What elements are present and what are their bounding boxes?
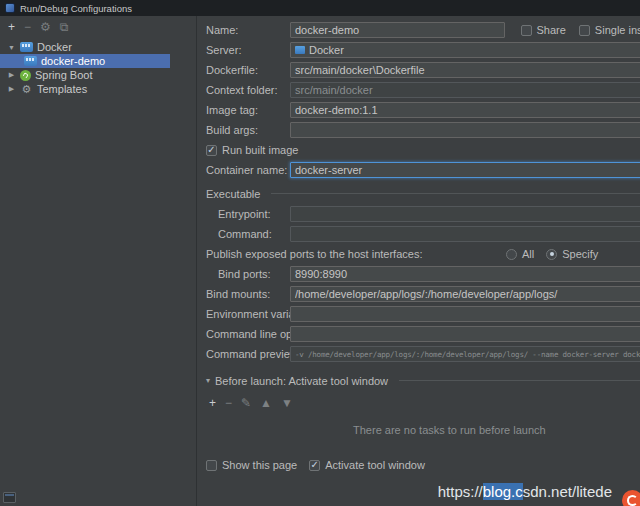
add-task-button[interactable]: +	[209, 397, 216, 409]
entrypoint-label: Entrypoint:	[206, 208, 290, 220]
bind-ports-label: Bind ports:	[206, 268, 290, 280]
tree-expand-icon[interactable]: ▼	[7, 44, 16, 51]
specify-radio[interactable]: Specify	[546, 248, 598, 260]
bind-mounts-input[interactable]	[290, 286, 640, 302]
tree-item-templates[interactable]: ▶ ⚙ Templates	[0, 82, 196, 96]
single-instance-label: Single instance only	[595, 24, 640, 36]
watermark-post: sdn.net/litede	[523, 483, 612, 500]
watermark-pre: https://	[438, 483, 483, 500]
activate-tool-window-checkbox[interactable]: ✓ Activate tool window	[309, 459, 425, 471]
publish-ports-radios: All Specify	[506, 248, 598, 260]
server-value: Docker	[305, 44, 640, 56]
window-icon	[3, 492, 16, 503]
specify-label: Specify	[562, 248, 598, 260]
executable-section-header: Executable	[206, 185, 640, 202]
tree-collapse-icon[interactable]: ▶	[7, 85, 16, 93]
footer-checkboxes: ✓ Show this page ✓ Activate tool window	[206, 459, 640, 471]
server-combobox[interactable]: Docker ▼	[290, 42, 640, 58]
dialog-icon	[5, 3, 15, 13]
move-up-button[interactable]: ▲	[260, 397, 272, 409]
server-row: Server: Docker ▼ …	[206, 42, 640, 58]
wrench-icon: ⚙	[20, 83, 33, 96]
check-icon: ✓	[311, 459, 319, 470]
all-label: All	[522, 248, 534, 260]
sidebar-toolbar: + − ⚙ ⧉	[0, 19, 196, 37]
build-args-input[interactable]	[290, 122, 640, 138]
edit-task-button[interactable]: ✎	[241, 397, 251, 409]
docker-icon	[20, 42, 33, 52]
command-line-options-label: Command line options:	[206, 328, 290, 340]
context-folder-field	[290, 82, 640, 98]
move-down-button[interactable]: ▼	[281, 397, 293, 409]
tree-item-label: Docker	[37, 41, 72, 53]
checkbox-box: ✓	[206, 145, 217, 156]
command-preview-field: -v /home/developer/app/logs/:/home/devel…	[290, 346, 640, 362]
checkbox-box: ✓	[309, 460, 320, 471]
tree-item-docker-demo[interactable]: docker-demo	[0, 54, 170, 68]
remove-configuration-button[interactable]: −	[24, 21, 31, 33]
bind-ports-row: Bind ports:	[206, 266, 640, 282]
server-label: Server:	[206, 44, 290, 56]
command-row: Command:	[206, 226, 640, 242]
image-tag-label: Image tag:	[206, 104, 290, 116]
bind-mounts-row: Bind mounts:	[206, 286, 640, 302]
settings-icon[interactable]: ⚙	[40, 21, 51, 33]
before-launch-header[interactable]: ▾ Before launch: Activate tool window	[206, 372, 640, 389]
tree-collapse-icon[interactable]: ▶	[7, 71, 16, 79]
container-name-row: Container name:	[206, 162, 640, 178]
executable-title: Executable	[206, 188, 260, 200]
bind-mounts-label: Bind mounts:	[206, 288, 290, 300]
check-icon: ✓	[207, 144, 215, 155]
separator-line	[399, 380, 640, 381]
watermark-highlight: blog.c	[483, 483, 523, 500]
docker-icon	[295, 46, 305, 54]
tree-item-docker-group[interactable]: ▼ Docker	[0, 40, 196, 54]
all-radio[interactable]: All	[506, 248, 534, 260]
tree-item-label: Spring Boot	[35, 69, 92, 81]
share-checkbox[interactable]: ✓ Share	[521, 24, 566, 36]
tree-item-label: docker-demo	[41, 55, 105, 67]
image-tag-row: Image tag:	[206, 102, 640, 118]
context-folder-label: Context folder:	[206, 84, 290, 96]
copy-configuration-button[interactable]: ⧉	[60, 21, 69, 33]
publish-ports-label: Publish exposed ports to the host interf…	[206, 248, 506, 260]
configurations-tree: ▼ Docker docker-demo ▶ Spring Boot ▶ ⚙ T…	[0, 40, 196, 96]
command-preview-label: Command preview:	[206, 348, 290, 360]
build-args-label: Build args:	[206, 124, 290, 136]
titlebar: Run/Debug Configurations	[0, 0, 640, 16]
publish-ports-row: Publish exposed ports to the host interf…	[206, 246, 640, 262]
run-built-image-checkbox[interactable]: ✓ Run built image	[206, 144, 298, 156]
window-title: Run/Debug Configurations	[20, 3, 132, 14]
command-line-options-input[interactable]	[290, 326, 640, 342]
show-this-page-checkbox[interactable]: ✓ Show this page	[206, 459, 297, 471]
environment-variables-input[interactable]	[290, 306, 640, 322]
checkbox-box: ✓	[521, 25, 532, 36]
dockerfile-combobox[interactable]: src/main/docker\Dockerfile ▼	[290, 62, 640, 78]
remove-task-button[interactable]: −	[225, 397, 232, 409]
sidebar: + − ⚙ ⧉ ▼ Docker docker-demo ▶ Spr	[0, 16, 197, 506]
no-tasks-message: There are no tasks to run before launch	[206, 424, 640, 436]
run-built-image-row: ✓ Run built image	[206, 142, 640, 158]
activate-tool-window-label: Activate tool window	[325, 459, 425, 471]
checkbox-box: ✓	[579, 25, 590, 36]
container-name-label: Container name:	[206, 164, 290, 176]
name-input[interactable]	[290, 22, 505, 38]
add-configuration-button[interactable]: +	[8, 21, 15, 33]
image-tag-input[interactable]	[290, 102, 640, 118]
environment-variables-row: Environment variables:	[206, 306, 640, 322]
command-field	[290, 226, 640, 242]
collapse-icon[interactable]: ▾	[206, 376, 210, 385]
radio-dot	[546, 249, 557, 260]
top-checkboxes: ✓ Share ✓ Single instance only	[521, 24, 640, 36]
name-row: Name: ✓ Share ✓ Single instance only	[206, 22, 640, 38]
bind-ports-input[interactable]	[290, 266, 640, 282]
environment-variables-label: Environment variables:	[206, 308, 290, 320]
single-instance-checkbox[interactable]: ✓ Single instance only	[579, 24, 640, 36]
run-debug-configurations-dialog: Run/Debug Configurations + − ⚙ ⧉ ▼ Docke…	[0, 0, 640, 506]
tree-item-label: Templates	[37, 83, 87, 95]
tree-item-spring-boot[interactable]: ▶ Spring Boot	[0, 68, 196, 82]
dockerfile-label: Dockerfile:	[206, 64, 290, 76]
container-name-input[interactable]	[290, 162, 640, 178]
watermark: https://blog.csdn.net/litede	[438, 483, 612, 500]
before-launch-toolbar: + − ✎ ▲ ▼	[206, 393, 640, 409]
